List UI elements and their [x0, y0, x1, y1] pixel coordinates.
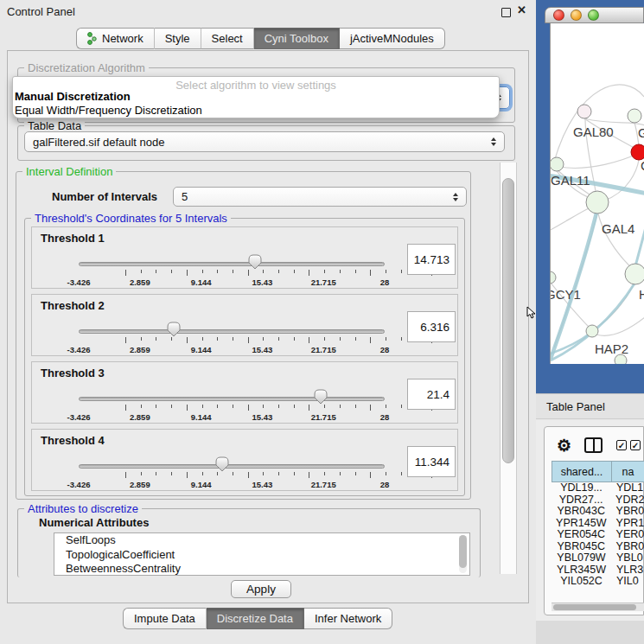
- network-node[interactable]: [586, 325, 598, 337]
- minimize-traffic-light-icon[interactable]: [571, 10, 582, 21]
- thresholds-group-label: Threshold's Coordinates for 5 Intervals: [31, 212, 231, 225]
- slider-tick: [324, 270, 325, 273]
- slider-track[interactable]: [79, 329, 385, 334]
- slider-tick-label: 21.715: [311, 277, 336, 287]
- network-node[interactable]: [551, 271, 556, 284]
- table-data-combo[interactable]: galFiltered.sif default node: [24, 131, 505, 152]
- slider-tick: [401, 270, 402, 273]
- slider-tick-label: 15.43: [252, 480, 273, 489]
- slider-tick: [141, 270, 142, 273]
- slider-tick-label: 28: [380, 412, 390, 422]
- threshold-label: Threshold 4: [41, 434, 105, 447]
- slider-track[interactable]: [79, 262, 385, 266]
- slider-tick: [309, 270, 309, 276]
- attribute-list-item[interactable]: TopologicalCoefficient: [54, 548, 469, 563]
- table-row[interactable]: YPR145WYPR1: [552, 518, 644, 530]
- tab-network[interactable]: Network: [76, 28, 155, 49]
- scrollbar-thumb[interactable]: [553, 604, 636, 610]
- tab-cyni-toolbox[interactable]: Cyni Toolbox: [254, 28, 340, 49]
- dropdown-item-manual-discretization[interactable]: Manual Discretization: [15, 90, 131, 103]
- threshold-value-field[interactable]: 6.316: [407, 311, 456, 342]
- slider-tick: [171, 405, 172, 408]
- slider-thumb[interactable]: [215, 456, 229, 475]
- cell-shared-name: YBR045C: [552, 541, 611, 553]
- slider-tick: [401, 405, 402, 408]
- application-window: Control Panel ✕ Network Style Select Cyn…: [0, 0, 644, 644]
- dropdown-item-equal-width[interactable]: Equal Width/Frequency Discretization: [15, 104, 202, 117]
- column-header-shared[interactable]: shared...: [552, 461, 611, 482]
- threshold-value-field[interactable]: 14.713: [407, 244, 456, 275]
- slider-thumb[interactable]: [314, 389, 328, 407]
- cell-shared-name: YER054C: [552, 529, 611, 541]
- slider-tick-label: 21.715: [311, 345, 336, 354]
- network-window-titlebar[interactable]: [545, 7, 644, 23]
- zoom-traffic-light-icon[interactable]: [588, 10, 599, 21]
- network-node[interactable]: [577, 105, 591, 118]
- threshold-value-field[interactable]: 11.344: [407, 446, 456, 477]
- table-row[interactable]: YBR043CYBR0: [552, 506, 644, 518]
- slider-tick-label: 9.144: [191, 277, 212, 287]
- table-row[interactable]: YBR045CYBR0: [552, 541, 644, 553]
- cell-shared-name: YDL19...: [552, 482, 611, 494]
- close-icon[interactable]: ✕: [517, 3, 526, 16]
- network-node[interactable]: [551, 157, 564, 171]
- slider-tick: [156, 405, 156, 408]
- slider-tick: [370, 270, 371, 276]
- slider-thumb[interactable]: [248, 254, 262, 272]
- tab-infer-network[interactable]: Infer Network: [304, 608, 392, 629]
- table-row[interactable]: YDR27...YDR2: [552, 494, 644, 507]
- network-node[interactable]: [625, 264, 644, 284]
- column-header-name[interactable]: na: [611, 461, 644, 482]
- table-horizontal-scrollbar[interactable]: [552, 603, 644, 611]
- scrollbar-thumb[interactable]: [502, 178, 514, 463]
- close-traffic-light-icon[interactable]: [553, 10, 564, 21]
- num-intervals-combo[interactable]: 5: [173, 187, 467, 207]
- float-window-icon[interactable]: [501, 8, 511, 17]
- node-table[interactable]: shared... na YDL19...YDL1YDR27...YDR2YBR…: [552, 461, 644, 588]
- slider-tick: [401, 337, 402, 341]
- network-node[interactable]: [628, 109, 641, 123]
- panel-title: Control Panel: [7, 5, 75, 18]
- slider-tick: [309, 337, 309, 343]
- checkbox-icon[interactable]: ✓: [616, 440, 627, 450]
- list-scrollbar[interactable]: [459, 535, 467, 573]
- table-row[interactable]: YLR345WYLR3: [552, 564, 644, 577]
- slider-track[interactable]: [79, 464, 385, 469]
- tab-impute-data[interactable]: Impute Data: [123, 608, 207, 629]
- split-columns-icon[interactable]: [584, 437, 603, 453]
- slider-track[interactable]: [79, 397, 385, 401]
- tab-select[interactable]: Select: [201, 28, 254, 49]
- slider-tick-label: 9.144: [191, 480, 212, 489]
- checkbox-icon[interactable]: ✓: [630, 440, 641, 450]
- slider-tick: [370, 337, 371, 343]
- table-row[interactable]: YDL19...YDL1: [552, 482, 644, 494]
- table-row[interactable]: YIL052CYIL0: [552, 576, 644, 588]
- numerical-attributes-list[interactable]: SelfLoopsTopologicalCoefficientBetweenne…: [54, 532, 470, 576]
- slider-tick-label: -3.426: [67, 412, 91, 422]
- tab-jactivemnodules[interactable]: jActiveMNodules: [340, 28, 445, 49]
- slider-tick: [355, 337, 356, 341]
- slider-tick: [125, 337, 126, 343]
- attribute-list-item[interactable]: BetweennessCentrality: [54, 562, 469, 576]
- apply-button[interactable]: Apply: [231, 580, 291, 598]
- cell-shared-name: YPR145W: [552, 518, 611, 530]
- network-edge-highlighted: [634, 220, 644, 270]
- gear-icon[interactable]: ⚙: [557, 436, 571, 456]
- network-view-canvas[interactable]: GAL80GACGAL11GAL4GCY1HHAP2: [550, 23, 644, 364]
- tab-style[interactable]: Style: [155, 28, 201, 49]
- threshold-value-field[interactable]: 21.4: [407, 379, 456, 410]
- slider-tick: [340, 270, 341, 273]
- threshold-panel: Threshold 4-3.4262.8599.14415.4321.71528…: [31, 429, 458, 491]
- slider-tick-label: -3.426: [67, 277, 91, 287]
- content-vertical-scrollbar[interactable]: [500, 163, 517, 574]
- network-node-label: GA: [638, 125, 644, 140]
- slider-tick-label: 15.43: [252, 345, 273, 354]
- slider-thumb[interactable]: [167, 322, 181, 340]
- slider-tick: [217, 270, 218, 273]
- slider-tick-label: 28: [380, 345, 390, 354]
- table-row[interactable]: YER054CYER0: [552, 529, 644, 541]
- tab-discretize-data[interactable]: Discretize Data: [207, 608, 304, 629]
- network-node[interactable]: [586, 191, 609, 214]
- attribute-list-item[interactable]: SelfLoops: [54, 533, 469, 548]
- table-row[interactable]: YBL079WYBL0: [552, 552, 644, 564]
